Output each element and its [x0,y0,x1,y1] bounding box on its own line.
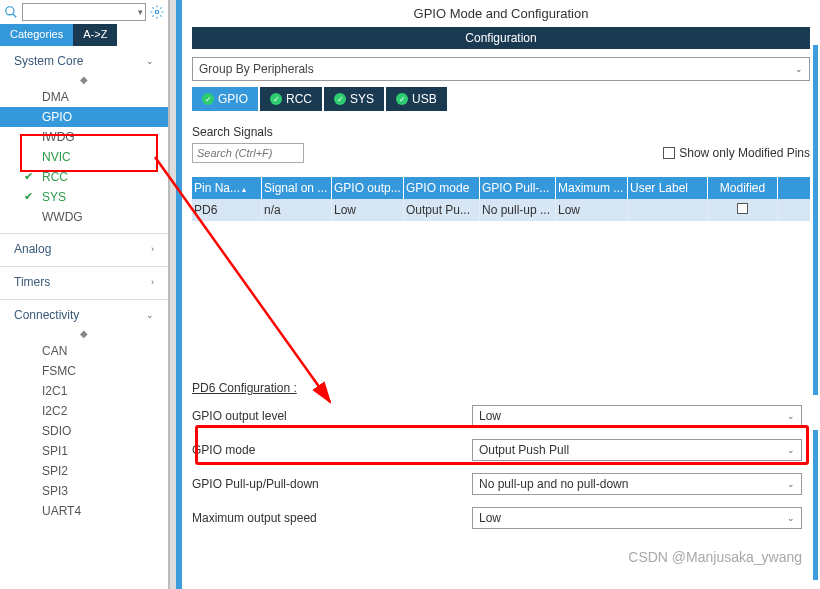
col-gpio-output[interactable]: GPIO outp... [332,177,404,199]
check-icon: ✔ [24,170,33,183]
ptab-usb[interactable]: ✓USB [386,87,447,111]
search-icon [4,5,18,19]
checkbox-icon [663,147,675,159]
svg-point-2 [155,10,159,14]
tab-categories[interactable]: Categories [0,24,73,46]
check-icon: ✔ [24,190,33,203]
table-header: Pin Na... Signal on ... GPIO outp... GPI… [192,177,810,199]
svg-line-1 [13,14,17,18]
select-gpio-mode[interactable]: Output Push Pull⌄ [472,439,802,461]
item-iwdg[interactable]: IWDG [0,127,168,147]
ok-icon: ✓ [334,93,346,105]
item-i2c2[interactable]: I2C2 [0,401,168,421]
row-gpio-mode: GPIO mode Output Push Pull⌄ [192,433,810,467]
collapse-icon: ◆ [0,72,168,87]
ok-icon: ✓ [396,93,408,105]
collapse-icon: ◆ [0,326,168,341]
pin-config-title: PD6 Configuration : [192,381,810,395]
col-maximum[interactable]: Maximum ... [556,177,628,199]
config-header: Configuration [192,27,810,49]
category-search-combo[interactable]: ▾ [22,3,146,21]
scrollbar[interactable] [813,45,818,395]
select-max-speed[interactable]: Low⌄ [472,507,802,529]
category-connectivity[interactable]: Connectivity ⌄ [0,299,168,326]
category-analog[interactable]: Analog › [0,233,168,260]
chevron-down-icon: ⌄ [787,445,795,455]
item-sdio[interactable]: SDIO [0,421,168,441]
col-gpio-pull[interactable]: GPIO Pull-... [480,177,556,199]
item-dma[interactable]: DMA [0,87,168,107]
item-gpio[interactable]: GPIO [0,107,168,127]
category-label: System Core [14,54,83,68]
svg-point-0 [6,7,14,15]
scrollbar[interactable] [813,430,818,580]
chevron-down-icon: ⌄ [795,64,803,74]
row-gpio-output-level: GPIO output level Low⌄ [192,399,810,433]
ptab-sys[interactable]: ✓SYS [324,87,384,111]
chevron-down-icon: ⌄ [787,513,795,523]
page-title: GPIO Mode and Configuration [182,0,820,27]
select-gpio-output-level[interactable]: Low⌄ [472,405,802,427]
chevron-right-icon: › [151,244,154,254]
ptab-gpio[interactable]: ✓GPIO [192,87,258,111]
row-max-speed: Maximum output speed Low⌄ [192,501,810,535]
item-sys[interactable]: ✔SYS [0,187,168,207]
item-spi2[interactable]: SPI2 [0,461,168,481]
col-signal[interactable]: Signal on ... [262,177,332,199]
col-user-label[interactable]: User Label [628,177,708,199]
chevron-right-icon: › [151,277,154,287]
item-uart4[interactable]: UART4 [0,501,168,521]
show-modified-checkbox[interactable]: Show only Modified Pins [663,146,810,160]
search-signals-label: Search Signals [192,125,810,139]
ok-icon: ✓ [202,93,214,105]
chevron-down-icon: ⌄ [146,56,154,66]
item-wwdg[interactable]: WWDG [0,207,168,227]
search-signals-input[interactable] [192,143,304,163]
col-gpio-mode[interactable]: GPIO mode [404,177,480,199]
select-gpio-pull[interactable]: No pull-up and no pull-down⌄ [472,473,802,495]
watermark: CSDN @Manjusaka_ywang [628,549,802,565]
item-can[interactable]: CAN [0,341,168,361]
chevron-down-icon: ▾ [138,7,143,17]
item-nvic[interactable]: NVIC [0,147,168,167]
item-spi3[interactable]: SPI3 [0,481,168,501]
group-by-select[interactable]: Group By Peripherals ⌄ [192,57,810,81]
checkbox-icon[interactable] [737,203,748,214]
ptab-rcc[interactable]: ✓RCC [260,87,322,111]
category-label: Connectivity [14,308,79,322]
tab-a-z[interactable]: A->Z [73,24,117,46]
item-spi1[interactable]: SPI1 [0,441,168,461]
ok-icon: ✓ [270,93,282,105]
item-rcc[interactable]: ✔RCC [0,167,168,187]
category-system-core[interactable]: System Core ⌄ [0,46,168,72]
category-timers[interactable]: Timers › [0,266,168,293]
chevron-down-icon: ⌄ [146,310,154,320]
col-modified[interactable]: Modified [708,177,778,199]
col-pin-name[interactable]: Pin Na... [192,177,262,199]
item-i2c1[interactable]: I2C1 [0,381,168,401]
chevron-down-icon: ⌄ [787,411,795,421]
gear-icon[interactable] [150,5,164,19]
category-label: Timers [14,275,50,289]
item-fsmc[interactable]: FSMC [0,361,168,381]
row-gpio-pull: GPIO Pull-up/Pull-down No pull-up and no… [192,467,810,501]
table-row[interactable]: PD6 n/a Low Output Pu... No pull-up ... … [192,199,810,221]
chevron-down-icon: ⌄ [787,479,795,489]
category-label: Analog [14,242,51,256]
